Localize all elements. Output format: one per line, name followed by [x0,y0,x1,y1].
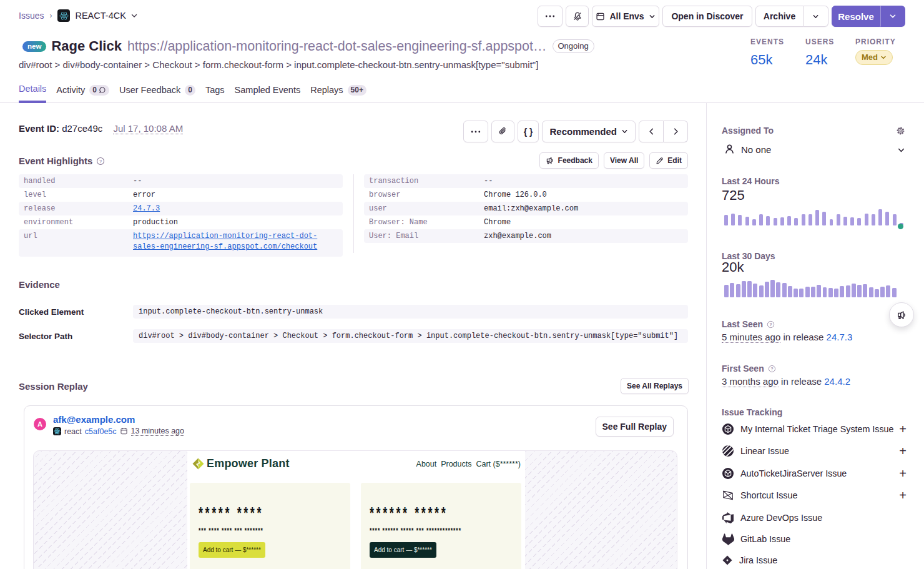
svg-text:?: ? [770,366,773,370]
svg-text:?: ? [770,322,772,326]
svg-text:?: ? [99,158,102,164]
